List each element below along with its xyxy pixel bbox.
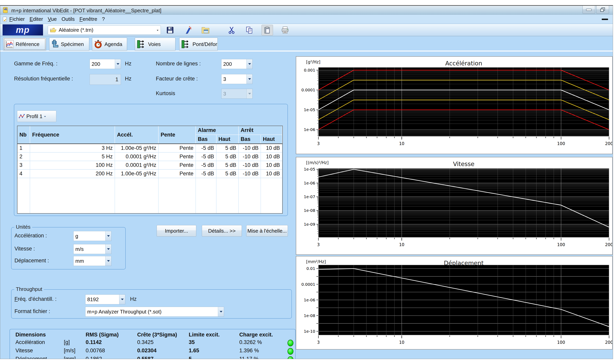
unite-vitesse-label: Vitesse :: [14, 246, 35, 252]
menu-item[interactable]: ?: [100, 16, 107, 22]
lignes-value: 200: [223, 61, 246, 67]
freq-echantill-dropdown[interactable]: 8192: [85, 294, 125, 304]
dimensions-panel: Dimensions RMS (Sigma) Crête (3*Sigma) L…: [10, 329, 296, 359]
svg-text:1e-06: 1e-06: [304, 127, 315, 132]
col-alarme[interactable]: Alarme: [196, 126, 239, 135]
tab-voies[interactable]: Voies: [135, 38, 175, 51]
unite-vitesse-dropdown[interactable]: m/s: [73, 244, 111, 254]
dim-header-crete: Crête (3*Sigma): [137, 332, 177, 338]
col-arret-bas[interactable]: Bas: [239, 135, 261, 144]
details-button[interactable]: Détails... >>: [202, 225, 242, 237]
profile-selector-label: Profil 1: [26, 113, 42, 119]
col-arret-haut[interactable]: Haut: [261, 135, 282, 144]
unite-deplacement-value: mm: [75, 258, 105, 264]
format-fichier-value: m+p Analyzer Throughput (*.sot): [87, 309, 218, 315]
svg-text:3: 3: [317, 141, 320, 146]
svg-text:1e-05: 1e-05: [304, 107, 315, 112]
mdi-minimize-button[interactable]: [602, 19, 608, 20]
gamme-unit: Hz: [125, 61, 132, 67]
profile-table-row[interactable]: 3100 Hz0.0001 g²/HzPente-5 dB5 dB-10 dB1…: [17, 161, 282, 169]
svg-text:0.0001: 0.0001: [301, 88, 315, 92]
save-button[interactable]: [164, 25, 176, 36]
col-alarme-haut[interactable]: Haut: [216, 135, 239, 144]
restore-button[interactable]: [596, 6, 609, 14]
svg-text:0.0001: 0.0001: [301, 282, 315, 287]
dimension-value: Déplacement: [15, 356, 47, 359]
unite-accel-value: g: [75, 233, 105, 239]
svg-text:Accélération: Accélération: [445, 60, 482, 67]
col-pente[interactable]: Pente: [158, 126, 196, 144]
minimize-icon: [586, 8, 592, 11]
svg-text:1e-07: 1e-07: [304, 194, 315, 199]
col-nb[interactable]: Nb: [17, 126, 30, 144]
svg-text:[mm²/Hz]: [mm²/Hz]: [306, 259, 326, 264]
svg-text:10: 10: [399, 141, 404, 146]
dimension-row: Déplacement[mm]0.18620.5587511.17 %: [10, 356, 295, 359]
cut-button[interactable]: [226, 25, 237, 36]
svg-text:100: 100: [557, 141, 565, 146]
profile-table-row[interactable]: 13 Hz1.00e-05 g²/HzPente-5 dB5 dB-10 dB1…: [17, 144, 282, 153]
crete-value: 3: [223, 76, 246, 82]
chevron-down-icon: [119, 295, 125, 304]
unite-accel-label: Accélération :: [14, 233, 47, 239]
unite-vitesse-value: m/s: [75, 246, 105, 252]
file-type-dropdown[interactable]: Aléatoire (*.trn): [48, 25, 161, 35]
svg-text:100: 100: [557, 340, 565, 345]
gamme-dropdown[interactable]: 200: [90, 59, 121, 69]
col-accel[interactable]: Accél.: [115, 126, 158, 144]
col-arret[interactable]: Arrêt: [239, 126, 282, 135]
chevron-down-icon: [246, 74, 252, 84]
dim-header-limite: Limite excit.: [189, 332, 220, 338]
tab-agenda[interactable]: Agenda: [92, 38, 127, 51]
unite-deplacement-dropdown[interactable]: mm: [73, 256, 111, 266]
minimize-button[interactable]: [583, 6, 595, 14]
open-project-button[interactable]: [200, 25, 212, 36]
bridge-strain-icon: [181, 40, 190, 49]
profile-table-row[interactable]: 25 Hz0.0001 g²/HzPente-5 dB5 dB-10 dB10 …: [17, 152, 282, 161]
copy-button[interactable]: [244, 25, 255, 36]
print-button[interactable]: [279, 25, 291, 36]
acceleration-chart: 3101002000.0010.00011e-051e-06[g²/Hz]Acc…: [296, 57, 612, 154]
tab-pont-deform[interactable]: Pont/Déform: [179, 38, 218, 51]
profile-selector-button[interactable]: Profil 1: [17, 111, 56, 122]
dimension-row: Vitesse[m/s]0.007680.023041.651.396 %: [10, 348, 295, 356]
dimension-value: [m/s]: [64, 348, 76, 354]
lignes-dropdown[interactable]: 200: [221, 59, 253, 69]
menu-item[interactable]: Vue: [45, 16, 59, 22]
app-window: m+p international VibEdit - [POT vibrant…: [0, 5, 613, 359]
profile-table: Nb Fréquence Accél. Pente Alarme Arrêt B…: [17, 126, 283, 214]
tab-specimen[interactable]: Spécimen: [49, 38, 89, 51]
menu-item[interactable]: Fichier: [7, 16, 27, 22]
importer-button[interactable]: Importer...: [157, 225, 196, 237]
new-test-button[interactable]: [182, 25, 194, 36]
profile-table-empty-row: [17, 178, 282, 214]
svg-text:3: 3: [317, 242, 320, 247]
mise-a-echelle-button[interactable]: Mise à l'échelle...: [246, 225, 288, 237]
crete-dropdown[interactable]: 3: [221, 74, 253, 84]
menu-item[interactable]: Outils: [59, 16, 77, 22]
dimension-value: Vitesse: [15, 348, 33, 354]
tab-label: Agenda: [105, 41, 122, 47]
specimen-fixture-icon: [51, 40, 59, 49]
format-fichier-dropdown[interactable]: m+p Analyzer Throughput (*.sot): [85, 307, 224, 317]
dim-header-charge: Charge excit.: [239, 332, 273, 338]
dimension-value: 1.396 %: [239, 348, 259, 354]
menu-item[interactable]: Editer: [27, 16, 45, 22]
kurtosis-value: 3: [223, 91, 246, 97]
menu-item[interactable]: Fenêtre: [77, 16, 100, 22]
chart-panel-vitesse: 3101002001e-051e-061e-071e-081e-09[(m/s)…: [296, 157, 613, 255]
col-alarme-bas[interactable]: Bas: [196, 135, 216, 144]
col-frequence[interactable]: Fréquence: [30, 126, 115, 144]
profile-table-row[interactable]: 4200 Hz1.00e-05 g²/HzPente-5 dB5 dB-10 d…: [17, 169, 282, 178]
svg-text:3: 3: [317, 340, 320, 345]
dimension-value: 0.00768: [86, 348, 105, 354]
svg-text:100: 100: [557, 242, 565, 247]
tab-reference[interactable]: Référence: [3, 38, 46, 51]
dimension-row: Accélération[g]0.11420.3425350.3262 %: [10, 339, 295, 348]
chevron-down-icon: [246, 59, 252, 69]
reference-chart-icon: [5, 40, 14, 48]
dimension-value: 0.3425: [137, 339, 154, 345]
unite-accel-dropdown[interactable]: g: [73, 231, 111, 241]
printer-icon: [281, 26, 289, 34]
paste-button[interactable]: [262, 25, 273, 36]
